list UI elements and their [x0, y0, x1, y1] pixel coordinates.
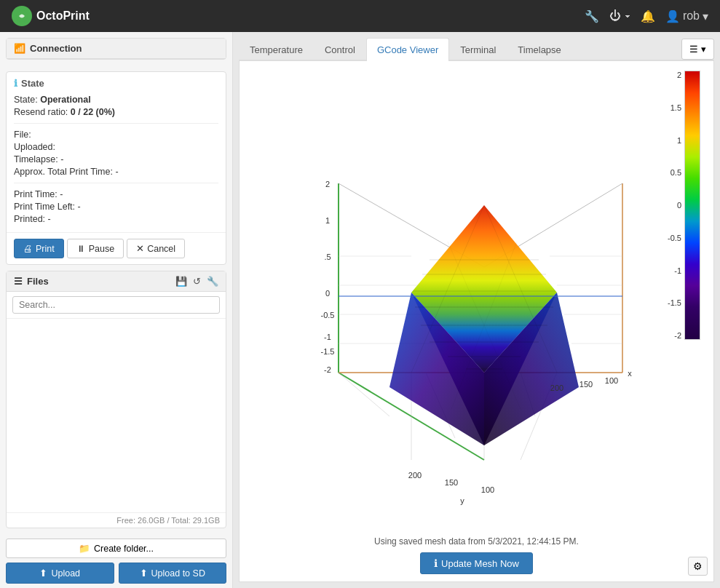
- svg-text:-0.5: -0.5: [320, 311, 334, 319]
- tabs-menu-button[interactable]: ☰ ▾: [681, 39, 714, 60]
- viz-footer: Using saved mesh data from 5/3/2021, 12:…: [245, 532, 708, 576]
- state-uploaded: Uploaded:: [14, 142, 218, 152]
- svg-text:150: 150: [444, 478, 457, 487]
- list-icon: ☰: [14, 276, 23, 287]
- tab-terminal[interactable]: Terminal: [449, 38, 507, 61]
- state-operational: State: Operational: [14, 95, 218, 105]
- colorbar: 2 1.5 1 0.5 0 -0.5 -1 -1.5 -2: [668, 71, 700, 340]
- state-timelapse: Timelapse: -: [14, 154, 218, 164]
- menu-icon: ☰: [689, 44, 698, 55]
- state-printed: Printed: -: [14, 214, 218, 224]
- brand-name: OctoPrint: [36, 9, 90, 23]
- state-section: ℹ State State: Operational Resend ratio:…: [6, 71, 226, 265]
- state-title: ℹ State: [14, 78, 218, 89]
- svg-text:-1.5: -1.5: [320, 347, 334, 356]
- power-icon[interactable]: ⏻ ▾: [609, 9, 630, 23]
- files-header-icons: 💾 ↺ 🔧: [175, 276, 218, 287]
- print-button[interactable]: 🖨 Print: [14, 239, 64, 258]
- state-resend: Resend ratio: 0 / 22 (0%): [14, 107, 218, 117]
- gear-icon: ⚙: [693, 560, 703, 572]
- update-mesh-button[interactable]: ℹ Update Mesh Now: [420, 552, 533, 574]
- colorbar-gradient: [684, 71, 700, 340]
- settings-icon[interactable]: 🔧: [207, 276, 218, 287]
- info-icon: ℹ: [14, 78, 17, 89]
- signal-icon: 📶: [14, 43, 25, 54]
- viz-settings-button[interactable]: ⚙: [688, 557, 708, 576]
- connection-header[interactable]: 📶 Connection: [7, 39, 226, 59]
- svg-line-10: [339, 373, 389, 416]
- print-icon: 🖨: [23, 244, 33, 254]
- svg-text:1: 1: [325, 216, 329, 225]
- svg-text:0: 0: [325, 289, 329, 298]
- svg-text:200: 200: [408, 471, 421, 480]
- connection-section: 📶 Connection: [6, 38, 226, 60]
- sidebar: 📶 Connection ℹ State State: Operational …: [0, 32, 233, 588]
- tab-temperature[interactable]: Temperature: [239, 38, 314, 61]
- mesh-3d-view: 2 1 .5 0 -0.5 -1 -1.5 -2 200 150 100 y: [295, 162, 659, 438]
- upload-row: ⬆ Upload ⬆ Upload to SD: [6, 563, 226, 584]
- mesh-info-text: Using saved mesh data from 5/3/2021, 12:…: [374, 536, 579, 547]
- mesh-visualization: 2 1 .5 0 -0.5 -1 -1.5 -2 200 150 100 y: [245, 67, 708, 532]
- sidebar-bottom: 📁 Create folder... ⬆ Upload ⬆ Upload to …: [0, 534, 232, 588]
- refresh-icon[interactable]: ↺: [193, 276, 201, 287]
- state-approx: Approx. Total Print Time: -: [14, 167, 218, 177]
- svg-text:150: 150: [579, 380, 592, 389]
- state-print-time-left: Print Time Left: -: [14, 202, 218, 212]
- bell-icon[interactable]: 🔔: [641, 9, 655, 23]
- files-section: ☰ Files 💾 ↺ 🔧 Free: 26.0GB / Total: 29.1…: [6, 271, 226, 528]
- main-layout: 📶 Connection ℹ State State: Operational …: [0, 32, 720, 588]
- files-footer: Free: 26.0GB / Total: 29.1GB: [7, 512, 226, 528]
- cancel-button[interactable]: ✕ Cancel: [127, 239, 185, 258]
- files-search: [7, 292, 226, 319]
- files-header-left: ☰ Files: [14, 276, 49, 287]
- svg-text:-1: -1: [324, 333, 331, 341]
- content-area: Temperature Control GCode Viewer Termina…: [233, 32, 720, 588]
- navbar-icons: 🔧 ⏻ ▾ 🔔 👤 rob ▾: [585, 9, 708, 23]
- upload-sd-icon: ⬆: [140, 568, 148, 579]
- folder-icon[interactable]: 💾: [175, 276, 187, 287]
- action-buttons: 🖨 Print ⏸ Pause ✕ Cancel: [7, 232, 226, 264]
- pause-icon: ⏸: [76, 244, 86, 254]
- pause-button[interactable]: ⏸ Pause: [67, 239, 124, 258]
- files-list: [7, 319, 226, 512]
- viz-panel: 2 1 .5 0 -0.5 -1 -1.5 -2 200 150 100 y: [239, 61, 714, 582]
- tabs-bar: Temperature Control GCode Viewer Termina…: [239, 38, 714, 61]
- svg-text:-2: -2: [324, 365, 331, 374]
- svg-text:2: 2: [325, 180, 329, 188]
- create-folder-button[interactable]: 📁 Create folder...: [6, 539, 226, 558]
- upload-sd-button[interactable]: ⬆ Upload to SD: [119, 563, 227, 584]
- upload-icon: ⬆: [39, 568, 47, 579]
- svg-text:y: y: [460, 496, 464, 505]
- tab-control[interactable]: Control: [314, 38, 366, 61]
- wrench-icon[interactable]: 🔧: [585, 9, 599, 23]
- cancel-icon: ✕: [136, 243, 144, 254]
- svg-text:200: 200: [550, 384, 563, 392]
- folder-create-icon: 📁: [79, 543, 90, 554]
- info-circle-icon: ℹ: [434, 557, 438, 569]
- brand-icon: [12, 6, 32, 26]
- svg-text:x: x: [628, 369, 632, 378]
- upload-button[interactable]: ⬆ Upload: [6, 563, 114, 584]
- svg-text:100: 100: [604, 376, 617, 385]
- search-input[interactable]: [12, 296, 220, 314]
- svg-text:100: 100: [480, 485, 494, 494]
- colorbar-labels: 2 1.5 1 0.5 0 -0.5 -1 -1.5 -2: [668, 71, 681, 340]
- brand: OctoPrint: [12, 6, 90, 26]
- state-print-time: Print Time: -: [14, 189, 218, 199]
- tab-gcode-viewer[interactable]: GCode Viewer: [366, 38, 449, 61]
- svg-text:.5: .5: [324, 253, 331, 261]
- user-menu[interactable]: 👤 rob ▾: [665, 9, 708, 23]
- state-file: File:: [14, 130, 218, 140]
- files-header: ☰ Files 💾 ↺ 🔧: [7, 271, 226, 292]
- tab-timelapse[interactable]: Timelapse: [507, 38, 571, 61]
- navbar: OctoPrint 🔧 ⏻ ▾ 🔔 👤 rob ▾: [0, 0, 720, 32]
